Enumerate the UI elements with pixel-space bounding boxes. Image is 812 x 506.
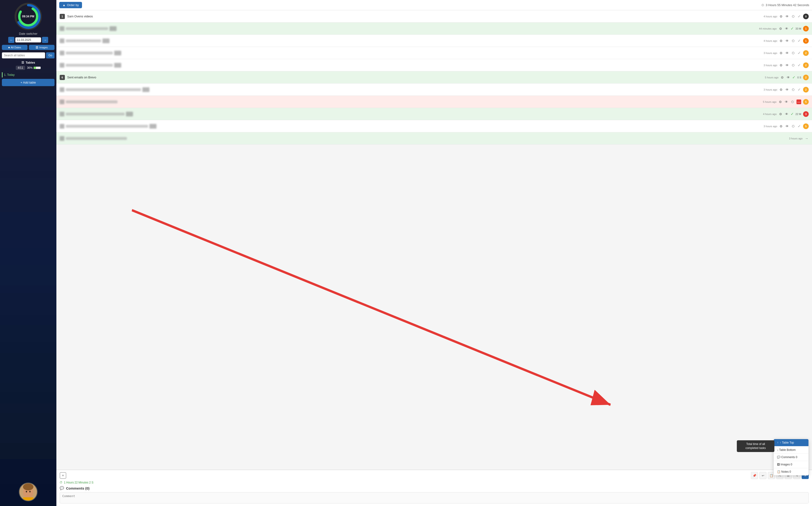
task-title[interactable]: Sent emails on Brevo	[67, 76, 765, 79]
clock-icon[interactable]: ⏲	[791, 124, 795, 129]
clock-icon[interactable]: ⏲	[791, 87, 795, 92]
task-title[interactable]: Sam Ovens videos	[67, 14, 764, 18]
total-time-row: ⏱ 1 Hours 22 Minutes 2 S	[60, 481, 809, 484]
context-menu-comments[interactable]: 💬 Comments 0	[774, 454, 808, 461]
progress-fill	[33, 67, 36, 69]
settings-icon[interactable]: ⚙	[779, 87, 783, 92]
search-row: Go	[2, 52, 55, 59]
avatar-container	[19, 483, 38, 501]
search-input[interactable]	[2, 52, 45, 59]
table-row: 4 hours ago ⚙ 👁 ✓ 22 M 3	[56, 108, 812, 120]
task-time: 3 hours ago	[764, 52, 777, 55]
task-title[interactable]	[60, 38, 764, 43]
settings-icon[interactable]: ⚙	[779, 14, 783, 19]
date-action-buttons: ■ All Dates 🖼 Images	[2, 45, 55, 50]
settings-icon[interactable]: ⚙	[779, 99, 783, 104]
clock-icon[interactable]: ⏲	[791, 38, 795, 43]
sort-icon: ▲	[63, 3, 66, 7]
eye-icon[interactable]: 👁	[785, 63, 789, 68]
clock-icon[interactable]: ⏲	[791, 14, 795, 19]
arrow-right-icon[interactable]: →	[805, 136, 809, 141]
settings-icon[interactable]: ⚙	[779, 38, 783, 43]
check-button[interactable]: ✓	[797, 87, 801, 92]
task-meta: 3 hours ago →	[789, 136, 809, 141]
check-button[interactable]: ✓	[797, 123, 801, 129]
task-meta: 4 hours ago ⚙ 👁 ✓ 22 M 3	[763, 111, 809, 117]
settings-icon[interactable]: ⚙	[779, 112, 783, 116]
task-number: 1	[60, 14, 65, 19]
prev-date-button[interactable]: ←	[8, 37, 14, 43]
task-title[interactable]	[60, 112, 763, 116]
count-badge: 2	[803, 87, 809, 92]
table-row: 3 hours ago ⚙ 👁 ⏲ ✓ 2	[56, 84, 812, 96]
check-button[interactable]: ✓	[797, 38, 801, 44]
add-row-button[interactable]: +	[60, 472, 66, 479]
eye-icon[interactable]: 👁	[785, 14, 789, 19]
settings-icon[interactable]: ⚙	[779, 26, 783, 31]
eye-icon[interactable]: 👁	[785, 51, 789, 56]
avatar	[19, 483, 38, 501]
svg-rect-8	[23, 497, 33, 501]
minus-icon: —	[797, 99, 801, 104]
clock-icon[interactable]: ⏲	[791, 51, 795, 56]
today-label: 1. Today	[2, 72, 55, 77]
context-menu-notes[interactable]: 📋 Notes 0	[774, 468, 808, 475]
eye-icon[interactable]: 👁	[785, 112, 789, 116]
clock-icon[interactable]: ⏲	[790, 99, 795, 104]
tables-stats: 4/11 36%	[16, 66, 41, 70]
task-time: 4 hours ago	[764, 15, 777, 18]
task-time: 3 hours ago	[764, 64, 777, 67]
add-table-button[interactable]: + Add table	[2, 79, 55, 86]
count-badge: 0	[803, 14, 809, 19]
check-button[interactable]: ✓	[797, 63, 801, 68]
settings-icon[interactable]: ⚙	[779, 63, 783, 68]
context-menu-table-top[interactable]: ↑ ↑ Table Top	[774, 439, 808, 446]
context-menu: ↑ ↑ Table Top ↓ Table Bottom 💬 Comments …	[773, 439, 809, 476]
check-button[interactable]: ✓	[797, 14, 801, 19]
order-by-button[interactable]: ▲ Order by	[59, 2, 82, 8]
task-title[interactable]	[60, 87, 764, 92]
all-dates-button[interactable]: ■ All Dates	[2, 45, 27, 50]
task-title[interactable]	[60, 51, 764, 56]
task-title[interactable]	[60, 124, 764, 129]
table-row: 4 hours ago ⚙ 👁 ⏲ ✓ 1	[56, 35, 812, 47]
go-button[interactable]: Go	[46, 52, 55, 59]
svg-point-7	[29, 491, 31, 492]
eye-icon[interactable]: 👁	[786, 75, 790, 80]
svg-point-6	[26, 491, 27, 492]
table-row: 3 hours ago ⚙ 👁 ⏲ ✓ 2	[56, 59, 812, 71]
check-icon: ✓	[791, 112, 794, 116]
total-time-display: ⏲ 3 Hours 55 Minutes 42 Seconds	[761, 3, 809, 7]
main-content-wrapper: ▲ Order by ⏲ 3 Hours 55 Minutes 42 Secon…	[56, 0, 812, 506]
eye-icon[interactable]: 👁	[784, 99, 789, 104]
task-title[interactable]	[60, 26, 759, 31]
clock-icon[interactable]: ⏲	[791, 63, 795, 68]
count-badge: 2	[803, 63, 809, 68]
svg-point-5	[23, 484, 33, 491]
date-input[interactable]	[15, 37, 41, 43]
eye-icon[interactable]: 👁	[785, 124, 789, 129]
task-title[interactable]	[60, 63, 764, 68]
pin-icon-button[interactable]: 📌	[751, 472, 758, 479]
settings-icon[interactable]: ⚙	[779, 124, 783, 129]
eye-icon[interactable]: 👁	[785, 87, 789, 92]
context-menu-images[interactable]: 🖼 Images 0	[774, 461, 808, 468]
next-date-button[interactable]: →	[42, 37, 48, 43]
count-badge: 5	[803, 99, 809, 105]
task-time: 4 hours ago	[763, 113, 776, 115]
task-title[interactable]	[60, 136, 789, 141]
task-meta: 4 hours ago ⚙ 👁 ⏲ ✓ 1	[764, 38, 809, 44]
table-row: 3 hours ago →	[56, 133, 812, 145]
task-title[interactable]	[60, 99, 763, 104]
comment-input[interactable]	[60, 492, 809, 503]
settings-icon[interactable]: ⚙	[780, 75, 784, 80]
eye-icon[interactable]: 👁	[785, 38, 789, 43]
eye-icon[interactable]: 👁	[785, 26, 789, 31]
menu-icon: ☰	[21, 61, 24, 64]
settings-icon[interactable]: ⚙	[779, 51, 783, 56]
check-button[interactable]: ✓	[797, 50, 801, 56]
share-icon-button[interactable]: ↩	[759, 472, 766, 479]
count-badge: 1	[803, 38, 809, 44]
context-menu-table-bottom[interactable]: ↓ Table Bottom	[774, 446, 808, 454]
images-button[interactable]: 🖼 Images	[29, 45, 55, 50]
